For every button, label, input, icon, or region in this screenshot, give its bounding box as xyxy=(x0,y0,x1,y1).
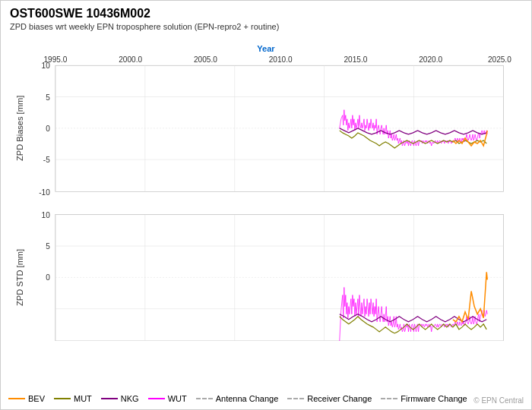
svg-text:0: 0 xyxy=(46,125,50,133)
svg-text:2025.0: 2025.0 xyxy=(488,55,511,64)
svg-text:Year: Year xyxy=(257,44,275,53)
svg-text:0: 0 xyxy=(46,273,50,282)
legend-nkg-label: NKG xyxy=(121,394,139,403)
svg-text:ZPD STD [mm]: ZPD STD [mm] xyxy=(15,249,24,306)
legend-antenna-label: Antenna Change xyxy=(216,394,279,403)
legend-firmware-label: Firmware Change xyxy=(401,394,467,403)
antenna-change-line-icon xyxy=(196,398,213,399)
svg-rect-8 xyxy=(55,65,504,191)
legend-bev-label: BEV xyxy=(28,394,45,403)
receiver-change-line-icon xyxy=(287,398,304,399)
nkg-line-icon xyxy=(101,398,118,399)
legend-receiver-change: Receiver Change xyxy=(287,394,372,403)
firmware-change-line-icon xyxy=(381,398,397,399)
legend-mut-label: MUT xyxy=(74,394,92,403)
legend-firmware-change: Firmware Change xyxy=(381,394,467,403)
legend-wut-label: WUT xyxy=(168,394,187,403)
legend-nkg: NKG xyxy=(101,394,139,403)
title-area: OST600SWE 10436M002 ZPD biases wrt weekl… xyxy=(10,7,279,31)
chart-area: Year 1995.0 2000.0 2005.0 2010.0 2015.0 … xyxy=(1,43,531,341)
svg-text:10: 10 xyxy=(42,211,51,219)
main-container: OST600SWE 10436M002 ZPD biases wrt weekl… xyxy=(0,0,532,410)
svg-text:2020.0: 2020.0 xyxy=(419,55,442,64)
svg-text:-5: -5 xyxy=(43,156,50,164)
legend-bev: BEV xyxy=(8,394,45,403)
svg-text:2015.0: 2015.0 xyxy=(344,55,368,64)
svg-text:10: 10 xyxy=(42,62,51,70)
legend-area: BEV MUT NKG WUT Antenna Change Receiver … xyxy=(8,394,524,403)
svg-text:5: 5 xyxy=(46,242,50,251)
svg-text:2010.0: 2010.0 xyxy=(269,55,293,64)
svg-text:ZPD Biases [mm]: ZPD Biases [mm] xyxy=(15,96,24,161)
legend-receiver-label: Receiver Change xyxy=(307,394,372,403)
legend-mut: MUT xyxy=(54,394,92,403)
svg-text:-10: -10 xyxy=(39,188,50,197)
wut-line-icon xyxy=(148,398,165,399)
svg-text:5: 5 xyxy=(46,93,50,102)
epn-credit: © EPN Central xyxy=(473,396,524,405)
mut-line-icon xyxy=(54,398,71,399)
bev-line-icon xyxy=(8,398,25,399)
main-title: OST600SWE 10436M002 xyxy=(10,7,279,20)
subtitle: ZPD biases wrt weekly EPN troposphere so… xyxy=(10,22,279,31)
svg-rect-26 xyxy=(55,215,504,341)
svg-text:2005.0: 2005.0 xyxy=(194,55,217,64)
legend-wut: WUT xyxy=(148,394,187,403)
svg-text:2000.0: 2000.0 xyxy=(119,55,142,64)
legend-antenna-change: Antenna Change xyxy=(196,394,279,403)
chart-svg: Year 1995.0 2000.0 2005.0 2010.0 2015.0 … xyxy=(1,43,531,341)
